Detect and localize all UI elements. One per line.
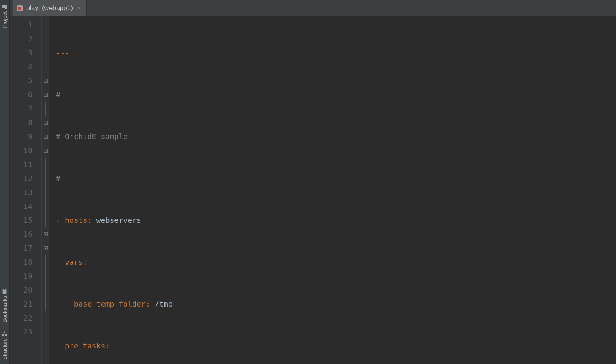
line-number: 9 bbox=[10, 130, 41, 144]
line-number: 19 bbox=[10, 269, 41, 283]
fold-toggle-icon[interactable] bbox=[44, 93, 48, 97]
tool-structure-button[interactable]: Structure bbox=[1, 327, 9, 364]
line-number: 12 bbox=[10, 172, 41, 185]
tab-close-icon[interactable] bbox=[76, 5, 82, 11]
code-line: --- bbox=[56, 46, 616, 60]
code-line: - hosts: webservers bbox=[56, 213, 616, 227]
line-number: 10 bbox=[10, 144, 41, 158]
line-number: 14 bbox=[10, 199, 41, 213]
editor-tab-bar: play: (webapp1) bbox=[10, 0, 616, 16]
line-number: 23 bbox=[10, 325, 41, 339]
bookmark-icon bbox=[2, 288, 8, 294]
line-number: 20 bbox=[10, 283, 41, 297]
folder-icon bbox=[2, 4, 8, 10]
fold-toggle-icon[interactable] bbox=[44, 121, 48, 125]
line-number: 7 bbox=[10, 102, 41, 116]
fold-toggle-icon[interactable] bbox=[44, 135, 48, 139]
line-number: 17 bbox=[10, 241, 41, 255]
line-number: 6 bbox=[10, 88, 41, 102]
editor-tab[interactable]: play: (webapp1) bbox=[13, 0, 87, 16]
tool-project-button[interactable]: Project bbox=[1, 0, 9, 32]
line-number: 15 bbox=[10, 213, 41, 227]
tool-bookmarks-button[interactable]: Bookmarks bbox=[1, 284, 9, 327]
line-number: 13 bbox=[10, 185, 41, 199]
fold-toggle-icon[interactable] bbox=[44, 149, 48, 153]
line-number: 3 bbox=[10, 46, 41, 60]
line-number: 4 bbox=[10, 60, 41, 74]
line-number: 11 bbox=[10, 158, 41, 172]
fold-gutter bbox=[42, 16, 49, 364]
tool-project-label: Project bbox=[2, 11, 8, 28]
code-area[interactable]: --- # # OrchidE sample # - hosts: webser… bbox=[49, 16, 616, 364]
code-editor[interactable]: 1 2 3 4 5 6 7 8 9 10 11 12 13 14 15 16 1… bbox=[10, 16, 616, 364]
line-number-gutter: 1 2 3 4 5 6 7 8 9 10 11 12 13 14 15 16 1… bbox=[10, 16, 42, 364]
tool-bookmarks-label: Bookmarks bbox=[2, 296, 8, 323]
code-line: # OrchidE sample bbox=[56, 130, 616, 144]
tool-structure-label: Structure bbox=[2, 338, 8, 360]
code-line: # bbox=[56, 88, 616, 102]
fold-toggle-icon[interactable] bbox=[44, 232, 48, 236]
editor-tab-title: play: (webapp1) bbox=[26, 5, 73, 12]
line-number: 18 bbox=[10, 255, 41, 269]
line-number: 8 bbox=[10, 116, 41, 130]
structure-icon bbox=[2, 331, 8, 337]
line-number: 22 bbox=[10, 311, 41, 325]
code-line: base_temp_folder: /tmp bbox=[56, 297, 616, 311]
code-line: pre_tasks: bbox=[56, 339, 616, 353]
tool-window-strip: Project Bookmarks Structure bbox=[0, 0, 10, 364]
ansible-file-icon bbox=[16, 5, 23, 11]
line-number: 5 bbox=[10, 74, 41, 88]
code-line: # bbox=[56, 172, 616, 185]
fold-toggle-icon[interactable] bbox=[44, 79, 48, 83]
line-number: 1 bbox=[10, 18, 41, 32]
line-number: 2 bbox=[10, 32, 41, 46]
fold-toggle-icon[interactable] bbox=[44, 246, 48, 250]
code-line: vars: bbox=[56, 255, 616, 269]
line-number: 16 bbox=[10, 227, 41, 241]
line-number: 21 bbox=[10, 297, 41, 311]
